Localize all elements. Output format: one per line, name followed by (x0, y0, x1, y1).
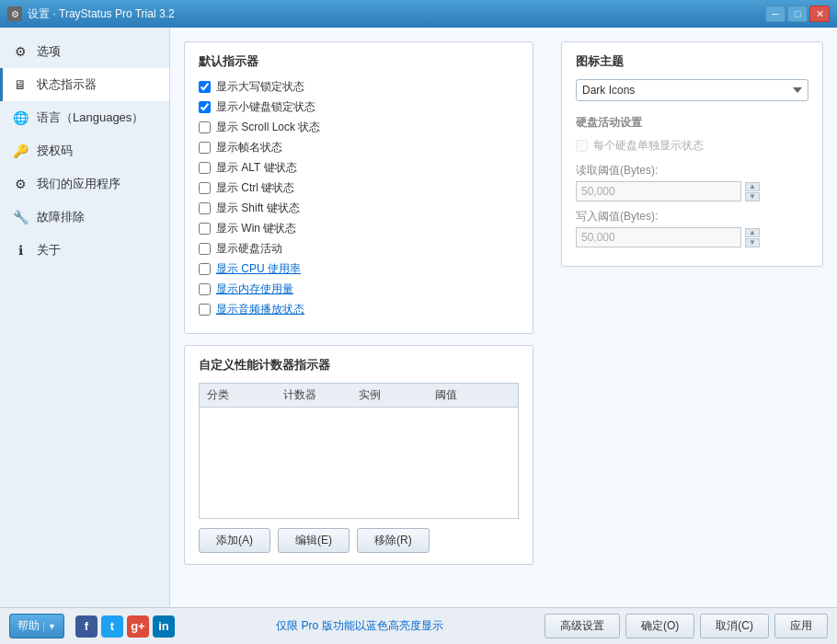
twitter-icon[interactable]: t (101, 615, 123, 638)
checkbox-row-cpu: 显示 CPU 使用率 (199, 261, 519, 277)
checkbox-label-disk: 显示硬盘活动 (216, 241, 282, 257)
advanced-settings-button[interactable]: 高级设置 (545, 614, 620, 638)
table-body (200, 408, 518, 518)
checkbox-row-alt: 显示 ALT 键状态 (199, 160, 519, 176)
googleplus-icon[interactable]: g+ (127, 615, 149, 638)
checkbox-memory[interactable] (199, 283, 211, 295)
custom-counter-title: 自定义性能计数器指示器 (199, 357, 519, 374)
edit-counter-button[interactable]: 编辑(E) (278, 528, 350, 553)
sidebar-item-status[interactable]: 🖥 状态指示器 (0, 68, 169, 101)
cancel-button[interactable]: 取消(C) (700, 614, 769, 638)
show-each-disk-label: 每个硬盘单独显示状态 (593, 138, 704, 154)
checkbox-ctrl[interactable] (199, 182, 211, 194)
write-threshold-input[interactable] (576, 227, 741, 247)
icon-theme-dropdown-container: Dark Icons Light Icons Classic Icons (576, 79, 808, 101)
read-threshold-up[interactable]: ▲ (745, 182, 760, 191)
checkbox-capslock[interactable] (199, 81, 211, 93)
read-threshold-input[interactable] (576, 181, 741, 201)
col-counter: 计数器 (283, 387, 360, 403)
write-threshold-down[interactable]: ▼ (745, 238, 760, 247)
checkbox-list: 显示大写锁定状态显示小键盘锁定状态显示 Scroll Lock 状态显示帧名状态… (199, 79, 519, 317)
checkbox-row-memory: 显示内存使用量 (199, 282, 519, 297)
show-each-disk-checkbox[interactable] (576, 140, 588, 152)
sidebar-item-about[interactable]: ℹ 关于 (0, 234, 169, 267)
show-each-disk-row: 每个硬盘单独显示状态 (576, 138, 808, 154)
help-button[interactable]: 帮助 ▼ (9, 614, 64, 638)
facebook-icon[interactable]: f (75, 615, 97, 638)
remove-counter-button[interactable]: 移除(R) (357, 528, 430, 553)
default-indicators-title: 默认指示器 (199, 53, 519, 70)
sidebar-item-language-label: 语言（Languages） (37, 109, 143, 126)
checkbox-label-numlock: 显示小键盘锁定状态 (216, 99, 315, 115)
pro-notice: 仅限 Pro 版功能以蓝色高亮度显示 (182, 618, 537, 634)
read-threshold-spinner: ▲ ▼ (745, 182, 760, 201)
sidebar-item-troubleshoot[interactable]: 🔧 故障排除 (0, 201, 169, 234)
checkbox-win[interactable] (199, 223, 211, 235)
checkbox-row-numlock: 显示小键盘锁定状态 (199, 99, 519, 115)
checkbox-row-shift: 显示 Shift 键状态 (199, 201, 519, 216)
apply-button[interactable]: 应用 (774, 614, 828, 638)
checkbox-label-shift: 显示 Shift 键状态 (216, 201, 300, 216)
minimize-button[interactable]: ─ (765, 6, 785, 22)
checkbox-audio[interactable] (199, 304, 211, 316)
checkbox-label-ime: 显示帧名状态 (216, 140, 282, 155)
bottom-right-buttons: 高级设置 确定(O) 取消(C) 应用 (545, 614, 828, 638)
add-counter-button[interactable]: 添加(A) (199, 528, 270, 553)
disk-activity-title: 硬盘活动设置 (576, 115, 808, 131)
window-controls: ─ □ ✕ (765, 6, 830, 22)
write-threshold-up[interactable]: ▲ (745, 228, 760, 237)
maximize-button[interactable]: □ (787, 6, 808, 22)
checkbox-scrolllock[interactable] (199, 121, 211, 133)
checkbox-row-capslock: 显示大写锁定状态 (199, 79, 519, 95)
write-threshold-label: 写入阈值(Bytes): (576, 209, 808, 224)
read-threshold-input-row: ▲ ▼ (576, 181, 808, 201)
col-threshold: 阈值 (435, 387, 511, 403)
options-icon: ⚙ (11, 42, 29, 61)
read-threshold-down[interactable]: ▼ (745, 192, 760, 201)
window-title: 设置 · TrayStatus Pro Trial 3.2 (28, 6, 765, 22)
default-indicators-panel: 默认指示器 显示大写锁定状态显示小键盘锁定状态显示 Scroll Lock 状态… (184, 41, 533, 334)
license-icon: 🔑 (11, 142, 29, 160)
sidebar-item-apps[interactable]: ⚙ 我们的应用程序 (0, 167, 169, 201)
checkbox-label-memory: 显示内存使用量 (216, 282, 293, 297)
counter-table: 分类 计数器 实例 阈值 (199, 383, 519, 519)
checkbox-row-win: 显示 Win 键状态 (199, 221, 519, 236)
checkbox-ime[interactable] (199, 142, 211, 154)
checkbox-cpu[interactable] (199, 263, 211, 275)
disk-activity-section: 硬盘活动设置 每个硬盘单独显示状态 读取阈值(Bytes): ▲ (576, 115, 808, 247)
about-icon: ℹ (11, 241, 29, 259)
sidebar-item-options[interactable]: ⚙ 选项 (0, 35, 169, 68)
left-panel: 默认指示器 显示大写锁定状态显示小键盘锁定状态显示 Scroll Lock 状态… (184, 41, 533, 565)
icon-theme-select[interactable]: Dark Icons Light Icons Classic Icons (576, 79, 808, 101)
read-threshold-label: 读取阈值(Bytes): (576, 163, 808, 178)
help-label: 帮助 (17, 618, 40, 634)
checkbox-label-cpu: 显示 CPU 使用率 (216, 261, 301, 277)
close-button[interactable]: ✕ (809, 6, 830, 22)
content-area: 默认指示器 显示大写锁定状态显示小键盘锁定状态显示 Scroll Lock 状态… (170, 28, 837, 607)
social-icons: f t g+ in (75, 615, 175, 638)
checkbox-numlock[interactable] (199, 101, 211, 113)
checkbox-shift[interactable] (199, 202, 211, 214)
help-dropdown-arrow: ▼ (43, 622, 56, 631)
checkbox-disk[interactable] (199, 243, 211, 255)
checkbox-alt[interactable] (199, 162, 211, 174)
write-threshold-input-row: ▲ ▼ (576, 227, 808, 247)
ok-button[interactable]: 确定(O) (625, 614, 694, 638)
col-category: 分类 (207, 387, 283, 403)
col-instance: 实例 (359, 387, 435, 403)
language-icon: 🌐 (11, 109, 29, 127)
checkbox-row-audio: 显示音频播放状态 (199, 302, 519, 317)
write-threshold-spinner: ▲ ▼ (745, 228, 760, 247)
checkbox-row-scrolllock: 显示 Scroll Lock 状态 (199, 120, 519, 135)
window-icon: ⚙ (7, 6, 22, 21)
table-buttons: 添加(A) 编辑(E) 移除(R) (199, 528, 519, 553)
checkbox-row-ime: 显示帧名状态 (199, 140, 519, 155)
sidebar-item-license-label: 授权码 (37, 143, 73, 159)
sidebar-item-license[interactable]: 🔑 授权码 (0, 134, 169, 167)
sidebar-item-language[interactable]: 🌐 语言（Languages） (0, 101, 169, 134)
sidebar: ⚙ 选项 🖥 状态指示器 🌐 语言（Languages） 🔑 授权码 ⚙ 我们的… (0, 28, 170, 607)
troubleshoot-icon: 🔧 (11, 208, 29, 226)
sidebar-item-troubleshoot-label: 故障排除 (37, 209, 85, 225)
linkedin-icon[interactable]: in (153, 615, 175, 638)
sidebar-item-about-label: 关于 (37, 242, 61, 259)
